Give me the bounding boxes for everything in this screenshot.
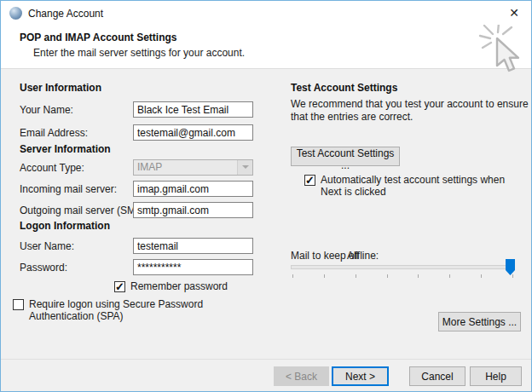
your-name-input[interactable]: [133, 101, 253, 118]
account-type-select: IMAP: [133, 159, 253, 176]
slider-tick-marks: [292, 274, 513, 278]
auto-test-checkbox[interactable]: Automatically test account settings when…: [304, 174, 531, 198]
username-input[interactable]: [133, 238, 253, 254]
auto-test-label: Automatically test account settings when…: [321, 174, 527, 198]
password-input[interactable]: [133, 259, 253, 275]
back-button: < Back: [274, 366, 329, 386]
checkbox-box[interactable]: [304, 175, 315, 186]
test-account-settings-button[interactable]: Test Account Settings ...: [291, 147, 400, 166]
wizard-header: POP and IMAP Account Settings Enter the …: [1, 25, 531, 69]
remember-password-checkbox[interactable]: Remember password: [114, 280, 228, 292]
app-icon: [9, 7, 22, 20]
cancel-button[interactable]: Cancel: [409, 366, 466, 386]
title-bar: Change Account ✕: [1, 1, 531, 25]
incoming-server-input[interactable]: [133, 181, 253, 197]
cursor-click-icon: [478, 25, 523, 79]
email-address-label: Email Address:: [20, 127, 88, 139]
help-button[interactable]: Help: [470, 366, 522, 386]
email-address-input[interactable]: [133, 124, 253, 141]
page-title: POP and IMAP Account Settings: [20, 32, 176, 43]
change-account-dialog: Change Account ✕ POP and IMAP Account Se…: [0, 0, 532, 392]
page-subtitle: Enter the mail server settings for your …: [33, 47, 245, 59]
test-description: We recommend that you test your account …: [291, 98, 532, 124]
section-test-account-settings: Test Account Settings: [291, 82, 397, 94]
section-server-information: Server Information: [20, 143, 111, 155]
close-icon[interactable]: ✕: [500, 3, 528, 23]
outgoing-server-input[interactable]: [133, 202, 253, 218]
mail-offline-slider-track[interactable]: [291, 265, 515, 269]
account-type-label: Account Type:: [20, 162, 84, 174]
section-logon-information: Logon Information: [20, 220, 110, 232]
checkbox-box[interactable]: [114, 281, 125, 292]
account-type-value: IMAP: [137, 161, 162, 173]
mail-offline-slider-thumb[interactable]: [506, 259, 515, 275]
remember-password-label: Remember password: [130, 280, 228, 292]
spa-label: Require logon using Secure Password Auth…: [29, 298, 259, 322]
window-title: Change Account: [28, 8, 103, 20]
your-name-label: Your Name:: [20, 104, 73, 116]
spa-checkbox[interactable]: Require logon using Secure Password Auth…: [13, 298, 269, 322]
mail-offline-label: Mail to keep offline:: [291, 250, 379, 262]
incoming-server-label: Incoming mail server:: [20, 183, 117, 195]
mail-offline-value: All: [347, 250, 358, 262]
footer-separator: [1, 359, 531, 360]
section-user-information: User Information: [20, 82, 101, 94]
next-button[interactable]: Next >: [332, 366, 389, 386]
username-label: User Name:: [20, 240, 74, 252]
password-label: Password:: [20, 262, 67, 274]
chevron-down-icon: [237, 160, 252, 175]
checkbox-box[interactable]: [13, 299, 24, 310]
more-settings-button[interactable]: More Settings ...: [438, 312, 521, 331]
